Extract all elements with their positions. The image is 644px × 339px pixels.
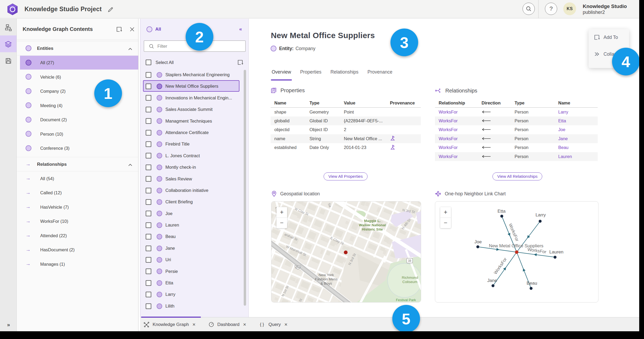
tab-overview[interactable]: Overview <box>272 69 291 80</box>
kgc-item-worksfor[interactable]: →WorksFor (10) <box>17 214 138 228</box>
list-item[interactable]: Uri <box>140 254 248 265</box>
item-checkbox[interactable] <box>146 107 151 112</box>
entity-name-link[interactable]: Jane <box>558 136 568 141</box>
kgc-item-vehicle[interactable]: Vehicle (6) <box>17 70 138 84</box>
map-zoom-in-button[interactable]: + <box>276 207 287 217</box>
relationship-link[interactable]: WorksFor <box>439 154 458 159</box>
list-item[interactable]: New Metal Office Suppliers <box>140 80 248 92</box>
entity-name-link[interactable]: Etta <box>558 118 566 123</box>
rail-item-contents[interactable] <box>0 35 17 52</box>
kgc-item-manages[interactable]: →Manages (1) <box>17 257 138 271</box>
item-checkbox[interactable] <box>146 72 151 78</box>
avatar[interactable]: KS <box>563 2 576 15</box>
item-checkbox[interactable] <box>146 199 151 205</box>
add-to-new-icon[interactable] <box>116 26 122 33</box>
help-button[interactable]: ? <box>545 3 557 15</box>
tab-provenance[interactable]: Provenance <box>368 69 392 80</box>
view-all-relationships-button[interactable]: View All Relationships <box>492 172 542 180</box>
item-checkbox[interactable] <box>146 130 151 135</box>
kgc-group-header-relationships[interactable]: →Relationships <box>17 157 138 171</box>
kgc-group-header-entities[interactable]: Entities <box>17 41 138 55</box>
close-icon[interactable] <box>129 26 135 33</box>
entity-name-link[interactable]: Lauren <box>558 154 572 159</box>
list-item[interactable]: Lauren <box>140 219 248 231</box>
map-zoom-out-button[interactable]: − <box>276 218 287 228</box>
list-item[interactable]: Sales Review <box>140 173 248 185</box>
geospatial-map[interactable]: k RdW Clay StSaN 3rd StN 4th StMaggie L.… <box>271 201 421 302</box>
item-checkbox[interactable] <box>146 280 151 286</box>
chevron-up-icon[interactable] <box>128 47 132 51</box>
node-etta[interactable] <box>500 215 503 218</box>
kgc-item-hasvehicle[interactable]: →HasVehicle (7) <box>17 200 138 214</box>
close-tab-icon[interactable]: ✕ <box>192 322 196 327</box>
list-item[interactable]: Collaboration initiative <box>140 185 248 196</box>
bottom-tab-query[interactable]: { }Query✕ <box>259 317 288 331</box>
list-item[interactable]: L. Jones Contract <box>140 150 248 162</box>
kgc-item-attended[interactable]: →Attended (22) <box>17 228 138 243</box>
relationship-link[interactable]: WorksFor <box>439 110 458 114</box>
item-checkbox[interactable] <box>146 188 151 193</box>
item-checkbox[interactable] <box>146 257 151 263</box>
relationship-link[interactable]: WorksFor <box>439 127 458 132</box>
list-item[interactable]: Beau <box>140 231 248 242</box>
kgc-item-meeting[interactable]: Meeting (4) <box>17 98 138 113</box>
item-checkbox[interactable] <box>146 245 151 251</box>
relationship-link[interactable]: WorksFor <box>439 145 458 150</box>
item-checkbox[interactable] <box>146 118 151 124</box>
node-joe[interactable] <box>476 245 479 248</box>
close-tab-icon[interactable]: ✕ <box>243 322 246 327</box>
list-item[interactable]: Etta <box>140 277 248 289</box>
item-checkbox[interactable] <box>146 292 151 297</box>
kgc-item-all[interactable]: All (27) <box>17 55 138 70</box>
list-panel-title[interactable]: All <box>155 26 161 32</box>
expand-rail-button[interactable]: » <box>0 318 17 331</box>
search-button[interactable] <box>523 3 535 15</box>
list-item[interactable]: Persie <box>140 266 248 277</box>
item-checkbox[interactable] <box>146 142 151 147</box>
item-checkbox[interactable] <box>146 303 151 309</box>
menu-item-add-to[interactable]: Add To <box>589 31 629 43</box>
user-block[interactable]: Knowledge Studio publisher2 <box>583 3 627 15</box>
node-lauren[interactable] <box>554 256 557 259</box>
provenance-flag-icon[interactable] <box>390 135 395 141</box>
kgc-item-document[interactable]: Document (2) <box>17 112 138 127</box>
item-checkbox[interactable] <box>146 176 151 182</box>
list-item[interactable]: Innovations in Mechanical Engin... <box>140 92 248 104</box>
node-larry[interactable] <box>539 220 542 223</box>
item-checkbox[interactable] <box>146 222 151 228</box>
tab-relationships[interactable]: Relationships <box>331 69 358 80</box>
bottom-tab-knowledge-graph[interactable]: Knowledge Graph✕ <box>144 317 196 331</box>
list-item[interactable]: Larry <box>140 289 248 300</box>
item-checkbox[interactable] <box>146 95 151 101</box>
close-tab-icon[interactable]: ✕ <box>284 322 288 327</box>
item-checkbox[interactable] <box>146 164 151 170</box>
list-item[interactable]: Attendance Certificate <box>140 127 248 138</box>
chevron-up-icon[interactable] <box>128 163 132 167</box>
list-scrollbar[interactable] <box>244 70 246 306</box>
item-checkbox[interactable] <box>146 153 151 159</box>
kgc-item-person[interactable]: Person (10) <box>17 127 138 141</box>
relationship-link[interactable]: WorksFor <box>439 136 458 141</box>
list-item[interactable]: Client Briefing <box>140 196 248 208</box>
list-item[interactable]: Joe <box>140 208 248 219</box>
view-all-properties-button[interactable]: View All Properties <box>324 172 368 180</box>
list-item[interactable]: Firebird Title <box>140 138 248 150</box>
list-item[interactable]: Sales Associate Summit <box>140 104 248 115</box>
item-checkbox[interactable] <box>146 234 151 240</box>
list-item[interactable]: Lilith <box>140 300 248 312</box>
add-selection-icon[interactable] <box>237 59 243 66</box>
list-item[interactable]: Jane <box>140 243 248 254</box>
link-chart[interactable]: WorksForWorksForWorksForEttaLarryJoeLaur… <box>435 201 598 302</box>
list-item[interactable]: Managment Techniques <box>140 115 248 127</box>
item-checkbox[interactable] <box>146 211 151 216</box>
kgc-item-called[interactable]: →Called (12) <box>17 185 138 200</box>
kgc-item-hasdocument[interactable]: →HasDocument (2) <box>17 243 138 257</box>
edit-pencil-icon[interactable] <box>107 6 114 13</box>
provenance-flag-icon[interactable] <box>390 144 395 150</box>
rail-item-data-model[interactable] <box>0 19 17 36</box>
bottom-tab-dashboard[interactable]: Dashboard✕ <box>209 317 246 331</box>
select-all-checkbox[interactable] <box>146 60 151 65</box>
rail-item-save[interactable] <box>0 53 17 69</box>
item-checkbox[interactable] <box>146 84 151 89</box>
node-beau[interactable] <box>530 287 533 290</box>
